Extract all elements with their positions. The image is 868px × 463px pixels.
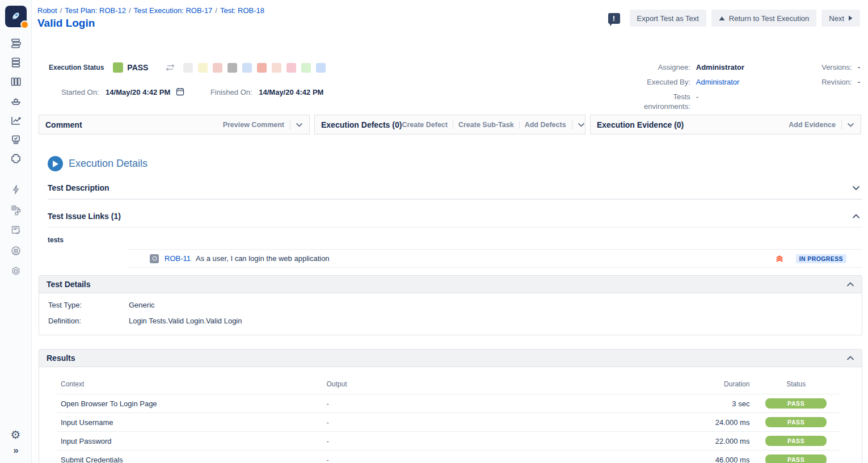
results-chevron-up-icon[interactable] [846, 356, 854, 361]
status-pass-badge[interactable]: PASS [765, 398, 827, 409]
status-swatch[interactable] [257, 63, 267, 73]
app-sidebar: ⚙ » [0, 0, 32, 463]
test-description-chevron-down-icon[interactable] [852, 186, 860, 191]
table-row[interactable]: Submit Credentials - 46.000 ms PASS [57, 451, 839, 463]
test-issue-links-section[interactable]: Test Issue Links (1) [48, 200, 862, 228]
return-to-execution-button[interactable]: Return to Test Execution [711, 10, 816, 27]
avatar-badge [20, 20, 29, 29]
status-pass-badge[interactable]: PASS [765, 436, 827, 446]
table-row[interactable]: Input Username - 24.000 ms PASS [57, 413, 839, 432]
collapsed-panels-row: Comment Preview Comment Execution Defect… [39, 115, 861, 134]
test-description-title: Test Description [48, 183, 109, 192]
executed-by-value[interactable]: Administrator [696, 77, 740, 87]
preview-comment-action[interactable]: Preview Comment [223, 121, 284, 129]
board-columns-icon[interactable] [9, 75, 23, 89]
issue-type-icon [150, 254, 159, 263]
table-row[interactable]: Open Browser To Login Page - 3 sec PASS [57, 394, 839, 413]
test-repository-icon[interactable] [9, 203, 23, 217]
versions-value: - [858, 62, 860, 72]
execution-status-value: PASS [127, 63, 148, 72]
status-swatch-strip [183, 63, 326, 73]
add-evidence-action[interactable]: Add Evidence [789, 121, 836, 129]
table-row[interactable]: Input Password - 22.000 ms PASS [57, 432, 839, 451]
assignee-label: Assignee: [627, 62, 690, 72]
test-details-box-body: Test Type: Generic Definition: Login Tes… [39, 293, 862, 335]
addons-clover-icon[interactable] [9, 152, 23, 166]
breadcrumb-test-plan[interactable]: Test Plan: ROB-12 [65, 6, 126, 15]
expand-sidebar-icon[interactable]: » [13, 445, 18, 456]
export-test-button[interactable]: Export Test as Text [630, 10, 706, 27]
active-sprints-icon[interactable] [9, 56, 23, 69]
context-cell: Submit Credentials [57, 451, 323, 463]
feedback-icon[interactable]: ! [608, 13, 620, 24]
test-details-chevron-up-icon[interactable] [846, 282, 854, 287]
test-details-box-header[interactable]: Test Details [39, 276, 862, 293]
col-output: Output [323, 375, 660, 394]
context-cell: Input Username [57, 413, 323, 432]
execution-evidence-panel: Execution Evidence (0) Add Evidence [590, 115, 861, 134]
reports-chart-icon[interactable] [9, 113, 23, 127]
execution-evidence-title: Execution Evidence (0) [597, 120, 684, 129]
context-cell: Open Browser To Login Page [57, 394, 323, 413]
execution-status-label: Execution Status [49, 64, 104, 71]
calendar-icon[interactable] [176, 87, 184, 96]
releases-ship-icon[interactable] [9, 94, 23, 108]
comment-chevron-down-icon[interactable] [290, 120, 303, 130]
issues-tray-icon[interactable] [9, 133, 23, 146]
col-status: Status [753, 375, 839, 394]
started-on-label: Started On: [61, 88, 99, 96]
status-swatch[interactable] [183, 63, 193, 73]
started-on-value: 14/May/20 4:42 PM [106, 88, 170, 96]
settings-nut-icon[interactable] [9, 264, 23, 278]
issue-key-link[interactable]: ROB-11 [165, 254, 191, 263]
backlog-icon[interactable] [9, 36, 23, 50]
results-header-row: Context Output Duration Status [57, 375, 839, 394]
finished-on: Finished On: 14/May/20 4:42 PM [210, 88, 324, 96]
settings-gear-icon[interactable]: ⚙ [11, 428, 21, 441]
sidebar-secondary-group [9, 183, 23, 285]
status-swatch[interactable] [213, 63, 222, 73]
duration-cell: 24.000 ms [659, 413, 753, 432]
col-context: Context [57, 375, 323, 394]
breadcrumb-project[interactable]: Robot [37, 6, 57, 15]
execution-defects-panel: Execution Defects (0) Create Defect Crea… [314, 115, 585, 134]
test-issue-links-chevron-up-icon[interactable] [852, 214, 860, 219]
output-cell: - [323, 394, 660, 413]
breadcrumb-test-execution[interactable]: Test Execution: ROB-17 [134, 6, 213, 15]
status-swatch[interactable] [316, 63, 326, 73]
evidence-chevron-down-icon[interactable] [841, 120, 854, 130]
execution-info-left: Assignee:Administrator Executed By:Admin… [627, 62, 744, 116]
play-circle-icon [48, 156, 63, 171]
test-description-section[interactable]: Test Description [48, 171, 862, 200]
page-title[interactable]: Valid Login [37, 17, 264, 30]
linked-issue-row[interactable]: ROB-11 As a user, I can login the web ap… [127, 250, 862, 267]
triangle-up-icon [719, 16, 725, 21]
issue-summary[interactable]: As a user, I can login the web applicati… [196, 254, 330, 263]
finished-on-value: 14/May/20 4:42 PM [259, 88, 323, 96]
test-plans-doc-icon[interactable] [9, 224, 23, 237]
status-swatch[interactable] [242, 63, 252, 73]
create-subtask-action[interactable]: Create Sub-Task [458, 121, 514, 129]
status-swatch[interactable] [227, 63, 237, 73]
header-actions: ! Export Test as Text Return to Test Exe… [608, 6, 861, 27]
status-swatch[interactable] [272, 63, 281, 73]
test-runs-icon[interactable] [9, 244, 23, 258]
status-swatch[interactable] [301, 63, 311, 73]
execution-details-title: Execution Details [69, 158, 148, 170]
status-pass-badge[interactable]: PASS [765, 417, 827, 427]
breadcrumb-test[interactable]: Test: ROB-18 [220, 6, 264, 15]
create-defect-action[interactable]: Create Defect [402, 121, 448, 129]
results-box-header[interactable]: Results [39, 350, 862, 367]
execution-info-right: Versions:- Revision:- [815, 62, 860, 92]
duration-cell: 3 sec [659, 394, 753, 413]
status-swatch[interactable] [286, 63, 296, 73]
lightning-icon[interactable] [9, 183, 23, 196]
project-avatar-rocket[interactable] [5, 6, 27, 27]
next-button[interactable]: Next [821, 10, 860, 27]
status-pass-badge[interactable]: PASS [765, 454, 827, 463]
change-status-arrows-icon[interactable] [165, 64, 175, 71]
defects-chevron-down-icon[interactable] [572, 120, 585, 130]
status-swatch[interactable] [198, 63, 208, 73]
definition-label: Definition: [48, 317, 129, 325]
add-defects-action[interactable]: Add Defects [525, 121, 566, 129]
